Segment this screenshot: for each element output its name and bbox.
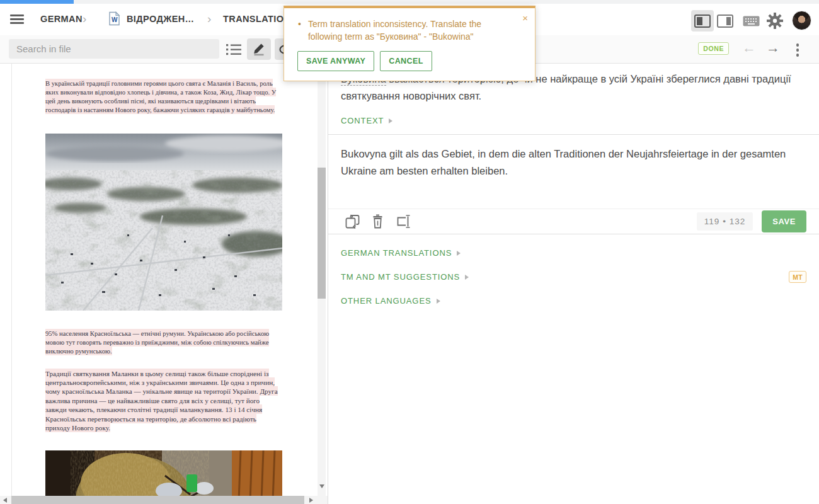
breadcrumb-language[interactable]: GERMAN [40,14,83,24]
previous-string-button[interactable]: ← [742,40,756,56]
save-button[interactable]: SAVE [762,210,806,232]
document-segment[interactable]: В українській традиції головними героями… [45,79,282,115]
translate-mode-button[interactable] [247,38,271,60]
context-toggle[interactable]: CONTEXT [341,116,392,125]
document-image-aerial-village [45,134,282,311]
document-segment[interactable]: 95% населення Красноїльська — етнічні ру… [45,329,282,356]
mt-badge: MT [789,271,806,283]
document-image-hay-barn [45,450,282,496]
translation-action-bar: 119 • 132 SAVE [328,209,819,234]
breadcrumb-page[interactable]: TRANSLATION [223,14,290,24]
collapsible-sections: GERMAN TRANSLATIONS TM AND MT SUGGESTION… [328,234,819,306]
warning-message: Term translation inconsistency. Translat… [308,18,513,43]
chevron-right-icon: › [83,12,86,26]
keyboard-icon [743,16,760,26]
document-preview-panel: В українській традиції головними героями… [0,64,328,504]
clear-translation-button[interactable] [372,214,384,229]
document-page: В українській традиції головними героями… [12,64,318,496]
comfortable-view-button[interactable] [714,10,736,32]
translation-block: Bukovyna gilt als das Gebiet, in dem die… [328,135,819,209]
avatar[interactable] [792,11,811,30]
tm-mt-suggestions-toggle[interactable]: TM AND MT SUGGESTIONS MT [341,271,806,283]
expand-triangle-icon [389,118,392,123]
other-languages-toggle[interactable]: OTHER LANGUAGES [341,296,806,306]
chevron-right-icon: › [207,12,211,26]
side-by-side-view-button[interactable] [691,10,714,32]
horizontal-scrollbar-thumb[interactable] [11,496,304,504]
string-status-badge: DONE [698,42,729,55]
svg-text:W: W [112,16,118,23]
strings-list-button[interactable] [222,38,246,60]
save-anyway-button[interactable]: SAVE ANYWAY [297,51,374,71]
layout-right-panel-icon [717,14,733,28]
breadcrumb-file[interactable]: ВІДРОДЖЕН… [127,14,194,24]
list-icon [226,43,241,55]
close-icon[interactable]: × [522,13,528,23]
more-options-button[interactable] [795,42,801,58]
expand-triangle-icon [437,299,440,304]
select-all-button[interactable] [396,214,411,229]
document-segment[interactable]: Традиції святкування Маланки в цьому сел… [45,369,282,432]
expand-triangle-icon [457,251,461,256]
german-translations-toggle[interactable]: GERMAN TRANSLATIONS [341,248,806,258]
settings-button[interactable] [764,10,786,32]
editor-window: GERMAN › W ВІДРОДЖЕН… › TRANSLATION [0,0,819,504]
copy-source-button[interactable] [345,214,360,229]
scroll-right-arrow[interactable] [309,498,313,503]
keyboard-shortcuts-button[interactable] [740,10,762,32]
menu-button[interactable] [10,14,24,25]
next-string-button[interactable]: → [766,40,780,56]
word-file-icon: W [108,11,120,26]
scroll-left-arrow[interactable] [3,498,7,503]
cancel-button[interactable]: CANCEL [380,51,432,71]
character-counter: 119 • 132 [697,212,753,231]
gear-icon [767,13,783,29]
layout-left-panel-icon [694,14,711,28]
search-input[interactable] [9,39,219,59]
translation-panel: Буковина вважається територією, де чи не… [328,64,819,504]
translation-input[interactable]: Bukovyna gilt als das Gebiet, in dem die… [341,146,806,180]
pencil-icon [253,43,266,56]
scroll-down-arrow[interactable] [319,484,324,488]
vertical-scrollbar-thumb[interactable] [318,168,326,299]
bullet-icon: • [298,18,301,43]
expand-triangle-icon [465,275,469,280]
term-warning-popup: × • Term translation inconsistency. Tran… [284,6,536,81]
